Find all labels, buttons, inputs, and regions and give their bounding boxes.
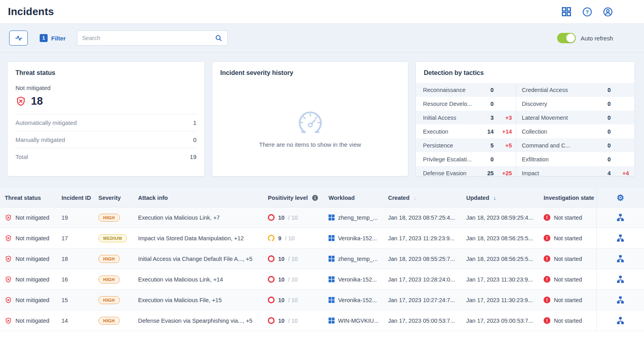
- tactic-delta: +3: [494, 115, 512, 121]
- windows-icon: [329, 297, 334, 303]
- tactic-count: 0: [479, 156, 494, 163]
- tactic-label: Impact: [522, 170, 596, 176]
- windows-icon: [329, 235, 334, 241]
- col-positivity[interactable]: Positivity level: [268, 195, 329, 201]
- sort-down-icon[interactable]: ↓: [413, 195, 417, 201]
- row-value: 19: [190, 153, 196, 160]
- toolbar: 1 Filter Auto refresh: [0, 24, 644, 53]
- workload-name: WIN-MGVKIU...: [338, 318, 379, 324]
- investigation-graph-icon[interactable]: [617, 255, 624, 262]
- windows-icon: [329, 256, 334, 262]
- tactics-row[interactable]: Privilege Escalati...0 Exfiltration0: [416, 152, 634, 166]
- updated-date: Jan 17, 2023 11:30:23:9...: [466, 276, 544, 283]
- tactic-count: 0: [479, 87, 494, 93]
- col-workload[interactable]: Workload: [329, 195, 388, 201]
- search-box: [77, 31, 228, 46]
- help-icon[interactable]: ?: [582, 7, 592, 17]
- threat-status-row: Automatically mitigated 1: [15, 114, 196, 131]
- tactic-count: 0: [596, 87, 611, 93]
- incident-row[interactable]: Not mitigated 14 HIGH Defense Evasion vi…: [0, 310, 644, 331]
- apps-grid-icon[interactable]: [561, 6, 572, 17]
- attack-info: Defense Evasion via Spearphishing via...…: [138, 318, 268, 324]
- investigation-graph-icon[interactable]: [617, 317, 624, 324]
- workload-name: Veronika-152...: [338, 276, 377, 283]
- tactic-label: Execution: [423, 128, 479, 135]
- investigation-graph-icon[interactable]: [617, 276, 624, 283]
- shield-x-icon: [5, 276, 12, 283]
- col-updated[interactable]: Updated↓: [466, 195, 544, 201]
- gear-icon[interactable]: ⚙: [617, 193, 624, 202]
- shield-x-icon: [15, 96, 26, 107]
- attack-info: Execution via Malicious Link, +14: [138, 276, 268, 283]
- tactic-label: Persistence: [423, 142, 479, 149]
- account-icon[interactable]: [603, 7, 613, 17]
- positivity-ring-icon: [268, 214, 275, 221]
- auto-refresh-toggle[interactable]: [557, 33, 576, 43]
- investigation-graph-icon[interactable]: [617, 296, 624, 304]
- shield-x-icon: [5, 255, 12, 262]
- incident-row[interactable]: Not mitigated 15 HIGH Execution via Mali…: [0, 290, 644, 310]
- severity-history-title: Incident severity history: [212, 62, 408, 77]
- investigation-graph-icon[interactable]: [617, 214, 624, 221]
- info-icon[interactable]: [312, 195, 318, 201]
- workload-name: zheng_temp_...: [338, 256, 378, 262]
- exclamation-icon: !: [544, 317, 550, 324]
- positivity-ring-icon: [268, 235, 275, 241]
- threat-status-text: Not mitigated: [15, 276, 49, 283]
- positivity-value: 10: [278, 318, 285, 324]
- tactics-row[interactable]: Execution14+14 Collection0: [416, 124, 634, 138]
- filter-button[interactable]: 1 Filter: [40, 34, 66, 42]
- threat-status-text: Not mitigated: [15, 235, 49, 241]
- col-created[interactable]: Created↓: [388, 195, 466, 201]
- row-value: 1: [193, 119, 196, 126]
- investigation-graph-icon[interactable]: [617, 234, 624, 242]
- positivity-ring-icon: [268, 255, 275, 262]
- tactics-row[interactable]: Reconnaissance0 Credential Access0: [416, 83, 634, 97]
- toggle-knob: [566, 34, 575, 42]
- exclamation-icon: !: [544, 214, 550, 221]
- tactic-count: 0: [596, 142, 611, 149]
- severity-history-card: Incident severity history There are no i…: [212, 61, 408, 176]
- tactic-label: Privilege Escalati...: [423, 156, 479, 163]
- created-date: Jan 17, 2023 10:27:24:7...: [388, 297, 466, 303]
- positivity-max: / 10: [288, 215, 298, 221]
- investigation-state: Not started: [554, 235, 582, 241]
- updated-date: Jan 18, 2023 08:59:25:4...: [466, 215, 544, 221]
- threat-status-text: Not mitigated: [15, 318, 49, 324]
- col-attack-info[interactable]: Attack info: [138, 195, 268, 201]
- threat-status-card: Threat status Not mitigated 18 Automatic…: [7, 61, 205, 176]
- tactic-count: 3: [479, 115, 494, 121]
- tactic-label: Initial Access: [423, 115, 479, 121]
- tactics-row[interactable]: Defense Evasion25+25 Impact4+4: [416, 166, 634, 176]
- tactic-count: 25: [479, 170, 494, 176]
- incident-row[interactable]: Not mitigated 19 HIGH Execution via Mali…: [0, 207, 644, 228]
- severity-badge: HIGH: [98, 296, 120, 304]
- exclamation-icon: !: [544, 276, 550, 283]
- incident-row[interactable]: Not mitigated 16 HIGH Execution via Mali…: [0, 269, 644, 290]
- tactics-row[interactable]: Persistence5+5 Command and C...0: [416, 138, 634, 152]
- sort-down-icon[interactable]: ↓: [493, 195, 496, 201]
- activity-button[interactable]: [9, 31, 28, 46]
- shield-x-icon: [5, 235, 12, 242]
- row-label: Automatically mitigated: [15, 119, 77, 126]
- positivity-value: 9: [278, 235, 281, 241]
- col-investigation[interactable]: Investigation state: [544, 195, 596, 201]
- table-header: Threat status Incident ID Severity Attac…: [0, 188, 644, 207]
- incident-row[interactable]: Not mitigated 18 HIGH Initial Access via…: [0, 249, 644, 269]
- tactic-count: 5: [479, 142, 494, 149]
- col-incident-id[interactable]: Incident ID: [62, 195, 98, 201]
- incident-id: 15: [62, 297, 98, 303]
- exclamation-icon: !: [544, 235, 550, 241]
- col-severity[interactable]: Severity: [98, 195, 138, 201]
- search-input[interactable]: [82, 35, 215, 41]
- auto-refresh-label: Auto refresh: [581, 35, 613, 42]
- incident-row[interactable]: Not mitigated 17 MEDIUM Impact via Store…: [0, 228, 644, 249]
- threat-status-row: Manually mitigated 0: [15, 131, 196, 148]
- col-threat-status[interactable]: Threat status: [0, 195, 62, 201]
- tactic-label: Credential Access: [522, 87, 596, 93]
- positivity-max: / 10: [288, 256, 298, 262]
- tactics-row[interactable]: Initial Access3+3 Lateral Movement0: [416, 111, 634, 124]
- search-icon[interactable]: [215, 34, 223, 42]
- tactics-row[interactable]: Resource Develo...0 Discovery0: [416, 97, 634, 111]
- created-date: Jan 18, 2023 08:55:25:7...: [388, 256, 466, 262]
